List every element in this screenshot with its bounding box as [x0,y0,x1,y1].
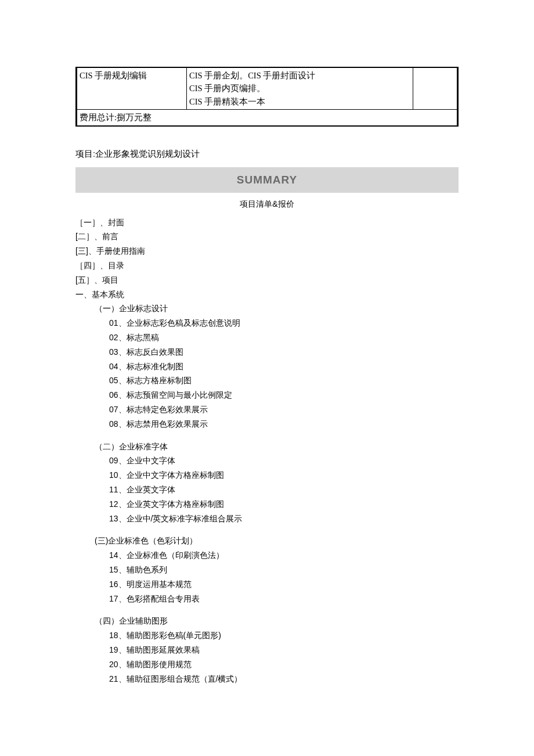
list-item: 12、企业英文字体方格座标制图 [75,498,459,512]
group-title: (三)企业标准色（色彩计划） [75,534,459,548]
list-item: 09、企业中文字体 [75,454,459,468]
list-item: 15、辅助色系列 [75,563,459,577]
list-item: 10、企业中文字体方格座标制图 [75,469,459,483]
group-title: （二）企业标准字体 [75,440,459,454]
toc-list: ［一］、封面 [二］、前言 [三]、手册使用指南 ［四］、目录 [五］、项目 [75,216,459,287]
toc-item: [二］、前言 [75,230,459,244]
project-line: 项目:企业形象视觉识别规划设计 [75,147,459,161]
list-item: 03、标志反白效果图 [75,345,459,359]
cell-name: CIS 手册规划编辑 [77,67,187,110]
toc-item: ［一］、封面 [75,216,459,230]
group: （四）企业辅助图形 18、辅助图形彩色稿(单元图形) 19、辅助图形延展效果稿 … [75,614,459,686]
list-item: 08、标志禁用色彩效果展示 [75,417,459,431]
table-row: CIS 手册规划编辑 CIS 手册企划。CIS 手册封面设计 CIS 手册内页编… [77,67,458,110]
list-item: 20、辅助图形使用规范 [75,658,459,672]
list-item: 14、企业标准色（印刷演色法） [75,549,459,563]
cell-total: 费用总计:捌万元整 [77,110,458,126]
list-item: 11、企业英文字体 [75,483,459,497]
group: (三)企业标准色（色彩计划） 14、企业标准色（印刷演色法） 15、辅助色系列 … [75,534,459,606]
list-item: 04、标志标准化制图 [75,360,459,374]
list-item: 07、标志特定色彩效果展示 [75,403,459,417]
toc-item: [五］、项目 [75,273,459,287]
list-item: 06、标志预留空间与最小比例限定 [75,388,459,402]
group-title: （四）企业辅助图形 [75,614,459,628]
list-item: 21、辅助征图形组合规范（直/横式） [75,672,459,686]
summary-heading: SUMMARY [75,167,459,193]
group: （一）企业标志设计 01、企业标志彩色稿及标志创意说明 02、标志黑稿 03、标… [75,302,459,431]
list-item: 13、企业中/英文标准字标准组合展示 [75,512,459,526]
list-item: 17、色彩搭配组合专用表 [75,592,459,606]
list-item: 02、标志黑稿 [75,331,459,345]
group-title: （一）企业标志设计 [75,302,459,316]
main-section-title: 一、基本系统 [75,288,459,302]
table-row: 费用总计:捌万元整 [77,110,458,126]
cell-empty [413,67,458,110]
subtitle: 项目清单&报价 [75,197,459,211]
list-item: 16、明度运用基本规范 [75,578,459,592]
info-table: CIS 手册规划编辑 CIS 手册企划。CIS 手册封面设计 CIS 手册内页编… [75,67,459,127]
toc-item: ［四］、目录 [75,259,459,273]
list-item: 19、辅助图形延展效果稿 [75,643,459,657]
cell-desc: CIS 手册企划。CIS 手册封面设计 CIS 手册内页编排。 CIS 手册精装… [187,67,413,110]
list-item: 18、辅助图形彩色稿(单元图形) [75,629,459,643]
group: （二）企业标准字体 09、企业中文字体 10、企业中文字体方格座标制图 11、企… [75,440,459,526]
list-item: 05、标志方格座标制图 [75,374,459,388]
list-item: 01、企业标志彩色稿及标志创意说明 [75,316,459,330]
toc-item: [三]、手册使用指南 [75,244,459,258]
